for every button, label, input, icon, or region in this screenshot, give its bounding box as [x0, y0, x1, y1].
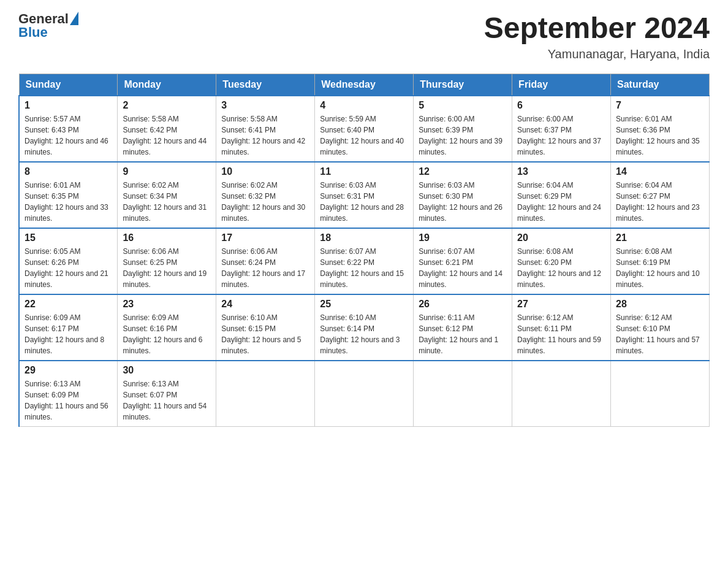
day-number: 10 [221, 166, 309, 177]
day-number: 23 [123, 299, 211, 310]
calendar-header-saturday: Saturday [611, 74, 710, 96]
calendar-week-row-3: 15Sunrise: 6:05 AMSunset: 6:26 PMDayligh… [19, 228, 710, 294]
calendar-cell: 13Sunrise: 6:04 AMSunset: 6:29 PMDayligh… [512, 162, 611, 228]
day-number: 26 [419, 299, 507, 310]
day-number: 3 [221, 100, 309, 111]
day-number: 1 [25, 100, 112, 111]
logo: General Blue [18, 12, 78, 39]
calendar-cell: 30Sunrise: 6:13 AMSunset: 6:07 PMDayligh… [118, 361, 216, 427]
day-info: Sunrise: 5:59 AMSunset: 6:40 PMDaylight:… [320, 113, 408, 158]
calendar-table: SundayMondayTuesdayWednesdayThursdayFrid… [18, 74, 710, 427]
calendar-cell: 19Sunrise: 6:07 AMSunset: 6:21 PMDayligh… [414, 228, 512, 294]
calendar-cell: 21Sunrise: 6:08 AMSunset: 6:19 PMDayligh… [611, 228, 710, 294]
day-info: Sunrise: 6:02 AMSunset: 6:32 PMDaylight:… [221, 180, 309, 224]
calendar-cell: 1Sunrise: 5:57 AMSunset: 6:43 PMDaylight… [19, 96, 118, 162]
calendar-week-row-2: 8Sunrise: 6:01 AMSunset: 6:35 PMDaylight… [19, 162, 710, 228]
day-info: Sunrise: 6:09 AMSunset: 6:16 PMDaylight:… [123, 312, 211, 356]
day-info: Sunrise: 6:05 AMSunset: 6:26 PMDaylight:… [25, 246, 112, 290]
location-subtitle: Yamunanagar, Haryana, India [484, 47, 710, 61]
day-info: Sunrise: 5:57 AMSunset: 6:43 PMDaylight:… [25, 113, 112, 158]
calendar-header-wednesday: Wednesday [315, 74, 414, 96]
calendar-cell: 4Sunrise: 5:59 AMSunset: 6:40 PMDaylight… [315, 96, 414, 162]
calendar-cell: 12Sunrise: 6:03 AMSunset: 6:30 PMDayligh… [414, 162, 512, 228]
calendar-cell: 24Sunrise: 6:10 AMSunset: 6:15 PMDayligh… [216, 294, 315, 361]
day-number: 27 [517, 299, 605, 310]
day-info: Sunrise: 6:13 AMSunset: 6:09 PMDaylight:… [25, 378, 112, 423]
day-info: Sunrise: 6:07 AMSunset: 6:21 PMDaylight:… [419, 246, 507, 290]
calendar-header-sunday: Sunday [19, 74, 118, 96]
calendar-cell: 25Sunrise: 6:10 AMSunset: 6:14 PMDayligh… [315, 294, 414, 361]
day-number: 25 [320, 299, 408, 310]
day-info: Sunrise: 6:13 AMSunset: 6:07 PMDaylight:… [123, 378, 211, 423]
day-number: 4 [320, 100, 408, 111]
calendar-cell [216, 361, 315, 427]
calendar-cell: 23Sunrise: 6:09 AMSunset: 6:16 PMDayligh… [118, 294, 216, 361]
logo-triangle-icon [70, 12, 78, 25]
day-number: 21 [616, 232, 704, 243]
day-info: Sunrise: 6:04 AMSunset: 6:27 PMDaylight:… [616, 180, 704, 224]
day-info: Sunrise: 6:06 AMSunset: 6:24 PMDaylight:… [221, 246, 309, 290]
day-info: Sunrise: 6:01 AMSunset: 6:35 PMDaylight:… [25, 180, 112, 224]
calendar-cell: 3Sunrise: 5:58 AMSunset: 6:41 PMDaylight… [216, 96, 315, 162]
calendar-cell [611, 361, 710, 427]
calendar-cell: 20Sunrise: 6:08 AMSunset: 6:20 PMDayligh… [512, 228, 611, 294]
day-number: 13 [517, 166, 605, 177]
calendar-cell: 5Sunrise: 6:00 AMSunset: 6:39 PMDaylight… [414, 96, 512, 162]
calendar-header-friday: Friday [512, 74, 611, 96]
calendar-header-thursday: Thursday [414, 74, 512, 96]
calendar-cell: 9Sunrise: 6:02 AMSunset: 6:34 PMDaylight… [118, 162, 216, 228]
calendar-cell: 16Sunrise: 6:06 AMSunset: 6:25 PMDayligh… [118, 228, 216, 294]
day-info: Sunrise: 6:12 AMSunset: 6:11 PMDaylight:… [517, 312, 605, 356]
calendar-cell: 2Sunrise: 5:58 AMSunset: 6:42 PMDaylight… [118, 96, 216, 162]
day-info: Sunrise: 6:04 AMSunset: 6:29 PMDaylight:… [517, 180, 605, 224]
calendar-header-tuesday: Tuesday [216, 74, 315, 96]
day-info: Sunrise: 5:58 AMSunset: 6:42 PMDaylight:… [123, 113, 211, 158]
calendar-cell: 14Sunrise: 6:04 AMSunset: 6:27 PMDayligh… [611, 162, 710, 228]
day-number: 29 [25, 365, 112, 376]
day-number: 11 [320, 166, 408, 177]
day-number: 18 [320, 232, 408, 243]
calendar-cell: 22Sunrise: 6:09 AMSunset: 6:17 PMDayligh… [19, 294, 118, 361]
calendar-cell: 18Sunrise: 6:07 AMSunset: 6:22 PMDayligh… [315, 228, 414, 294]
calendar-cell: 7Sunrise: 6:01 AMSunset: 6:36 PMDaylight… [611, 96, 710, 162]
day-info: Sunrise: 5:58 AMSunset: 6:41 PMDaylight:… [221, 113, 309, 158]
day-number: 15 [25, 232, 112, 243]
day-number: 8 [25, 166, 112, 177]
day-number: 28 [616, 299, 704, 310]
calendar-cell: 17Sunrise: 6:06 AMSunset: 6:24 PMDayligh… [216, 228, 315, 294]
calendar-cell: 8Sunrise: 6:01 AMSunset: 6:35 PMDaylight… [19, 162, 118, 228]
day-info: Sunrise: 6:06 AMSunset: 6:25 PMDaylight:… [123, 246, 211, 290]
day-number: 14 [616, 166, 704, 177]
day-info: Sunrise: 6:11 AMSunset: 6:12 PMDaylight:… [419, 312, 507, 356]
day-info: Sunrise: 6:00 AMSunset: 6:37 PMDaylight:… [517, 113, 605, 158]
calendar-cell: 27Sunrise: 6:12 AMSunset: 6:11 PMDayligh… [512, 294, 611, 361]
day-number: 6 [517, 100, 605, 111]
title-block: September 2024 Yamunanagar, Haryana, Ind… [484, 12, 710, 61]
day-number: 12 [419, 166, 507, 177]
day-info: Sunrise: 6:12 AMSunset: 6:10 PMDaylight:… [616, 312, 704, 356]
calendar-cell: 26Sunrise: 6:11 AMSunset: 6:12 PMDayligh… [414, 294, 512, 361]
day-number: 24 [221, 299, 309, 310]
day-number: 17 [221, 232, 309, 243]
day-number: 5 [419, 100, 507, 111]
logo-general-text: General [18, 12, 69, 26]
month-year-title: September 2024 [484, 12, 710, 45]
calendar-cell: 6Sunrise: 6:00 AMSunset: 6:37 PMDaylight… [512, 96, 611, 162]
calendar-cell: 10Sunrise: 6:02 AMSunset: 6:32 PMDayligh… [216, 162, 315, 228]
day-info: Sunrise: 6:03 AMSunset: 6:31 PMDaylight:… [320, 180, 408, 224]
day-info: Sunrise: 6:03 AMSunset: 6:30 PMDaylight:… [419, 180, 507, 224]
calendar-cell: 28Sunrise: 6:12 AMSunset: 6:10 PMDayligh… [611, 294, 710, 361]
day-number: 7 [616, 100, 704, 111]
day-info: Sunrise: 6:08 AMSunset: 6:19 PMDaylight:… [616, 246, 704, 290]
day-info: Sunrise: 6:10 AMSunset: 6:14 PMDaylight:… [320, 312, 408, 356]
day-number: 9 [123, 166, 211, 177]
logo-blue-text: Blue [18, 26, 78, 39]
day-info: Sunrise: 6:00 AMSunset: 6:39 PMDaylight:… [419, 113, 507, 158]
calendar-cell: 15Sunrise: 6:05 AMSunset: 6:26 PMDayligh… [19, 228, 118, 294]
calendar-header-monday: Monday [118, 74, 216, 96]
calendar-header-row: SundayMondayTuesdayWednesdayThursdayFrid… [19, 74, 710, 96]
day-info: Sunrise: 6:07 AMSunset: 6:22 PMDaylight:… [320, 246, 408, 290]
calendar-cell [315, 361, 414, 427]
day-info: Sunrise: 6:01 AMSunset: 6:36 PMDaylight:… [616, 113, 704, 158]
page-header: General Blue September 2024 Yamunanagar,… [18, 12, 710, 61]
